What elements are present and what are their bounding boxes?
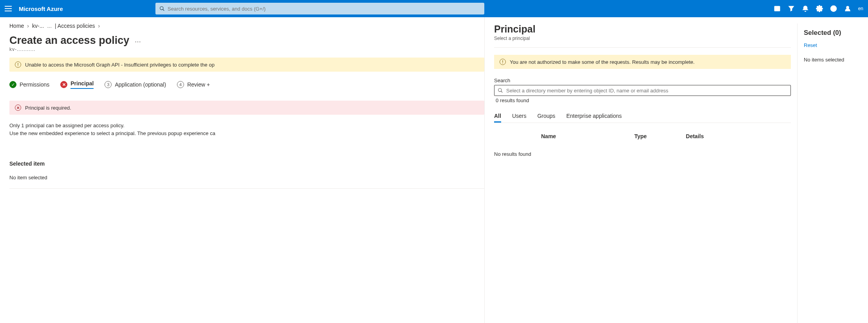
check-icon: ✓ [9, 81, 16, 88]
step-review[interactable]: 4 Review + [177, 81, 210, 88]
search-icon [498, 88, 503, 93]
error-text: Principal is required. [25, 105, 71, 111]
reset-link[interactable]: Reset [804, 42, 817, 48]
search-label: Search [494, 78, 791, 83]
step-number: 4 [177, 81, 184, 88]
divider [9, 188, 484, 189]
step-label: Principal [70, 80, 94, 89]
step-label: Application (optional) [115, 81, 166, 88]
step-label: Permissions [20, 81, 49, 88]
step-number: 3 [105, 81, 112, 88]
selected-item-value: No item selected [9, 175, 484, 180]
error-icon: ✕ [15, 105, 21, 111]
help-icon[interactable] [830, 5, 837, 12]
principal-search-input[interactable] [506, 88, 787, 94]
principal-required-error: ✕ Principal is required. [9, 101, 484, 115]
chevron-right-icon: › [98, 23, 100, 29]
no-items-selected: No items selected [804, 57, 862, 63]
no-results: No results found [494, 151, 791, 157]
auth-warning: ! You are not authorized to make some of… [494, 55, 791, 69]
topbar-icons: en [774, 5, 863, 12]
principal-search[interactable] [494, 85, 791, 96]
breadcrumb-page[interactable]: | Access policies [55, 23, 95, 29]
breadcrumb-sep: ... [47, 23, 52, 29]
gear-icon[interactable] [816, 5, 823, 12]
divider [494, 47, 791, 48]
info-text: Only 1 principal can be assigned per acc… [9, 122, 484, 137]
svg-point-0 [160, 7, 163, 10]
global-search[interactable] [155, 3, 484, 14]
svg-point-6 [846, 6, 849, 9]
col-name: Name [541, 133, 556, 139]
breadcrumb-home[interactable]: Home [9, 23, 24, 29]
svg-line-8 [501, 91, 503, 93]
hamburger-menu-icon[interactable] [5, 5, 13, 13]
search-icon [159, 6, 165, 11]
warning-text: You are not authorized to make some of t… [510, 59, 695, 65]
selected-side-panel: Selected (0) Reset No items selected [798, 23, 868, 323]
page-subtitle: kv-........... [9, 47, 484, 52]
tab-users[interactable]: Users [512, 110, 527, 123]
info-line-1: Only 1 principal can be assigned per acc… [9, 122, 484, 130]
svg-point-7 [498, 88, 502, 92]
page-title: Create an access policy [9, 34, 129, 47]
principal-panel-main: Principal Select a principal ! You are n… [485, 23, 798, 323]
feedback-icon[interactable] [844, 5, 851, 12]
panel-title: Principal [494, 23, 791, 35]
more-actions-button[interactable]: ⋯ [135, 36, 141, 45]
selected-item-heading: Selected item [9, 161, 484, 167]
warning-icon: ! [15, 61, 21, 68]
col-type: Type [634, 133, 647, 139]
tab-all[interactable]: All [494, 110, 501, 123]
tab-enterprise-apps[interactable]: Enterprise applications [566, 110, 622, 123]
col-details: Details [686, 133, 704, 139]
locale-label[interactable]: en [858, 6, 863, 11]
principal-tabs: All Users Groups Enterprise applications [494, 110, 791, 123]
cloud-shell-icon[interactable] [774, 5, 781, 12]
step-permissions[interactable]: ✓ Permissions [9, 81, 49, 88]
principal-panel: Principal Select a principal ! You are n… [484, 17, 868, 323]
svg-rect-2 [774, 6, 780, 11]
error-icon: ✕ [60, 81, 67, 88]
notifications-icon[interactable] [802, 5, 809, 12]
info-line-2: Use the new embedded experience to selec… [9, 130, 484, 137]
warning-icon: ! [500, 59, 506, 65]
global-search-input[interactable] [168, 6, 480, 12]
layout: Home › kv-... ... | Access policies › Cr… [0, 17, 868, 323]
warning-text: Unable to access the Microsoft Graph API… [25, 62, 215, 68]
svg-line-1 [163, 9, 164, 11]
chevron-right-icon: › [27, 23, 29, 29]
breadcrumb: Home › kv-... ... | Access policies › [9, 23, 484, 29]
wizard-steps: ✓ Permissions ✕ Principal 3 Application … [9, 80, 484, 89]
page-title-row: Create an access policy ⋯ [9, 34, 484, 47]
step-application[interactable]: 3 Application (optional) [105, 81, 166, 88]
panel-subtitle: Select a principal [494, 36, 791, 41]
graph-api-warning: ! Unable to access the Microsoft Graph A… [9, 58, 484, 72]
results-table-header: Name Type Details [494, 133, 791, 139]
filter-icon[interactable] [788, 5, 795, 12]
step-principal[interactable]: ✕ Principal [60, 80, 94, 89]
brand-label[interactable]: Microsoft Azure [19, 5, 63, 12]
breadcrumb-resource[interactable]: kv-... [32, 23, 44, 29]
results-count: 0 results found [496, 97, 791, 103]
svg-point-5 [833, 10, 834, 10]
step-label: Review + [187, 81, 210, 88]
top-bar: Microsoft Azure en [0, 0, 868, 17]
tab-groups[interactable]: Groups [537, 110, 555, 123]
main-column: Home › kv-... ... | Access policies › Cr… [0, 17, 484, 323]
selected-title: Selected (0) [804, 29, 862, 37]
